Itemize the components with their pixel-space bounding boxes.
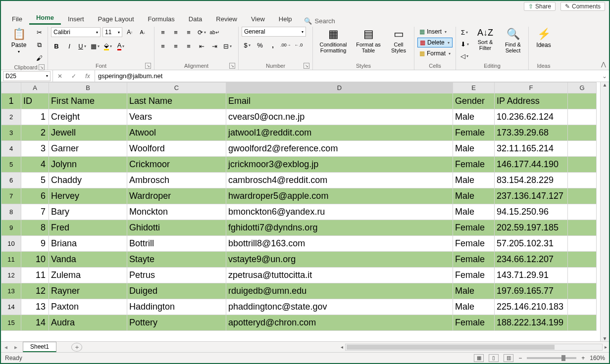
- decrease-indent-button[interactable]: ⇤: [196, 41, 207, 51]
- tab-home[interactable]: Home: [29, 12, 61, 25]
- delete-cells-button[interactable]: ▦ Delete: [417, 38, 453, 47]
- select-all-corner[interactable]: [1, 83, 21, 93]
- merge-center-button[interactable]: ⊟: [222, 41, 233, 51]
- cell[interactable]: cvears0@ocn.ne.jp: [226, 109, 453, 125]
- cell[interactable]: bmonckton6@yandex.ru: [226, 204, 453, 220]
- clipboard-dialog-launcher[interactable]: ↘: [39, 64, 45, 70]
- col-header-C[interactable]: C: [127, 83, 226, 93]
- align-bottom-button[interactable]: ≡: [183, 27, 194, 38]
- zoom-slider[interactable]: [527, 357, 576, 359]
- cell[interactable]: IP Address: [495, 93, 568, 109]
- cell[interactable]: 225.146.210.183: [495, 299, 568, 315]
- cell[interactable]: Bary: [49, 204, 127, 220]
- sheet-tab-sheet1[interactable]: Sheet1: [23, 342, 56, 352]
- cell[interactable]: 146.177.44.190: [495, 157, 568, 173]
- cell[interactable]: [568, 252, 597, 268]
- insert-function-button[interactable]: fx: [81, 70, 95, 82]
- orientation-button[interactable]: ⟳: [196, 27, 207, 38]
- row-header[interactable]: 8: [1, 204, 21, 220]
- align-right-button[interactable]: ≡: [183, 41, 194, 51]
- cell[interactable]: [568, 204, 597, 220]
- cell[interactable]: Ambrosch: [127, 173, 226, 188]
- find-select-button[interactable]: 🔍 Find & Select: [501, 27, 525, 54]
- cut-button[interactable]: ✂: [34, 27, 45, 38]
- cell[interactable]: 83.154.28.229: [495, 173, 568, 188]
- cell[interactable]: Male: [453, 188, 495, 204]
- font-dialog-launcher[interactable]: ↘: [145, 63, 151, 69]
- wrap-text-button[interactable]: ab↵: [209, 27, 220, 38]
- horizontal-scrollbar[interactable]: ◂ ▸: [82, 344, 609, 351]
- cell[interactable]: Zulema: [49, 268, 127, 283]
- row-header[interactable]: 5: [1, 157, 21, 173]
- comma-button[interactable]: ,: [267, 40, 278, 50]
- number-format-select[interactable]: General ▾: [242, 27, 306, 37]
- italic-button[interactable]: I: [64, 41, 75, 51]
- cell[interactable]: [568, 220, 597, 236]
- cell[interactable]: Female: [453, 125, 495, 141]
- cell[interactable]: 173.39.29.68: [495, 125, 568, 141]
- cell[interactable]: 13: [21, 299, 49, 315]
- conditional-formatting-button[interactable]: ▦ Conditional Formatting: [316, 27, 351, 54]
- col-header-E[interactable]: E: [453, 83, 495, 93]
- fill-color-button[interactable]: ⬙: [102, 41, 113, 51]
- zoom-in-button[interactable]: +: [581, 355, 585, 362]
- cell[interactable]: Atwool: [127, 125, 226, 141]
- row-header[interactable]: 1: [1, 93, 21, 109]
- vertical-scrollbar[interactable]: ▲ ▼: [600, 82, 609, 341]
- cell[interactable]: Chaddy: [49, 173, 127, 188]
- tab-formulas[interactable]: Formulas: [141, 13, 182, 25]
- cell[interactable]: Paxton: [49, 299, 127, 315]
- scroll-down-icon[interactable]: ▼: [603, 336, 608, 341]
- comments-button[interactable]: ✎ Comments: [560, 2, 605, 11]
- cell[interactable]: 3: [21, 141, 49, 157]
- cell-styles-button[interactable]: ▭ Cell Styles: [386, 27, 411, 54]
- cell[interactable]: Female: [453, 157, 495, 173]
- cell[interactable]: 234.66.12.207: [495, 252, 568, 268]
- cell[interactable]: [568, 236, 597, 252]
- cell[interactable]: Fred: [49, 220, 127, 236]
- cell[interactable]: [568, 299, 597, 315]
- accept-formula-button[interactable]: ✓: [67, 70, 81, 82]
- cell[interactable]: 5: [21, 173, 49, 188]
- cell[interactable]: [568, 93, 597, 109]
- cell[interactable]: [568, 157, 597, 173]
- cell[interactable]: 94.15.250.96: [495, 204, 568, 220]
- share-button[interactable]: ⇧ Share: [524, 2, 556, 11]
- tab-help[interactable]: Help: [272, 13, 299, 25]
- align-center-button[interactable]: ≡: [170, 41, 181, 51]
- cell[interactable]: Creight: [49, 109, 127, 125]
- formula-input[interactable]: gsperingn@jalbum.net: [95, 70, 600, 82]
- cell[interactable]: Bottrill: [127, 236, 226, 252]
- name-box[interactable]: D25 ▾: [3, 71, 51, 81]
- tab-data[interactable]: Data: [182, 13, 209, 25]
- cell[interactable]: Gender: [453, 93, 495, 109]
- cell[interactable]: Email: [226, 93, 453, 109]
- tab-review[interactable]: Review: [209, 13, 244, 25]
- cell[interactable]: [568, 173, 597, 188]
- cell[interactable]: hwardroper5@apple.com: [226, 188, 453, 204]
- row-header[interactable]: 4: [1, 141, 21, 157]
- insert-cells-button[interactable]: ▦ Insert: [417, 27, 453, 37]
- font-color-button[interactable]: A: [115, 41, 126, 51]
- row-header[interactable]: 7: [1, 188, 21, 204]
- align-top-button[interactable]: ≡: [157, 27, 168, 38]
- cell[interactable]: phaddingtonc@state.gov: [226, 299, 453, 315]
- tab-view[interactable]: View: [244, 13, 272, 25]
- align-left-button[interactable]: ≡: [157, 41, 168, 51]
- cell[interactable]: [568, 283, 597, 299]
- cell[interactable]: rduigedb@umn.edu: [226, 283, 453, 299]
- cell[interactable]: [568, 141, 597, 157]
- cell[interactable]: 1: [21, 109, 49, 125]
- cell[interactable]: Woolford: [127, 141, 226, 157]
- cell[interactable]: 12: [21, 283, 49, 299]
- row-header[interactable]: 11: [1, 252, 21, 268]
- cell[interactable]: Briana: [49, 236, 127, 252]
- number-dialog-launcher[interactable]: ↘: [304, 63, 309, 69]
- cell[interactable]: [568, 268, 597, 283]
- border-button[interactable]: ▦: [90, 41, 101, 51]
- table-row[interactable]: 32JewellAtwooljatwool1@reddit.comFemale1…: [1, 125, 597, 141]
- cell[interactable]: Crickmoor: [127, 157, 226, 173]
- clear-button[interactable]: ◁: [459, 50, 470, 61]
- cell[interactable]: [568, 125, 597, 141]
- table-row[interactable]: 1312RaynerDuigedrduigedb@umn.eduMale197.…: [1, 283, 597, 299]
